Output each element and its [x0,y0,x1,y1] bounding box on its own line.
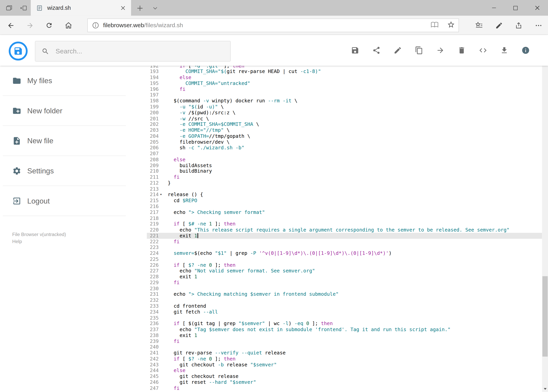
code-line-198[interactable]: 198 $(command -v winpty) docker run --rm… [147,98,542,104]
help-link[interactable]: Help [12,238,66,245]
code-line-221[interactable]: 221 exit 1 [147,233,542,238]
code-line-220[interactable]: 220 echo "This release script requires a… [147,227,542,233]
code-line-238[interactable]: 238 exit 1 [147,333,542,338]
address-bar[interactable]: filebrowser.web/files/wizard.sh [87,19,459,32]
share-file-button[interactable] [372,46,381,55]
code-line-197[interactable]: 197 [147,92,542,98]
reading-view-icon[interactable] [431,21,439,30]
hub-favorites-icon[interactable] [475,21,483,30]
code-line-199[interactable]: 199 -u "$(id -u)" \ [147,104,542,110]
code-line-204[interactable]: 204 -e GOPATH=//tmp/gopath \ [147,133,542,139]
code-line-201[interactable]: 201 -w //src \ [147,115,542,121]
tab-close-icon[interactable] [119,4,127,12]
code-line-217[interactable]: 217 echo "> Checking semver format" [147,210,542,215]
code-line-240[interactable]: 240 [147,344,542,350]
info-button[interactable] [521,46,530,55]
new-tab-button[interactable] [136,4,144,12]
favorite-star-icon[interactable] [447,21,455,30]
code-line-225[interactable]: 225 [147,256,542,262]
code-line-230[interactable]: 230 [147,286,542,291]
code-line-194[interactable]: 194 else [147,75,542,80]
sidebar-item-new-folder[interactable]: New folder [3,96,126,126]
code-line-202[interactable]: 202 -e COMMIT_SHA=$COMMIT_SHA \ [147,121,542,127]
sidebar-item-my-files[interactable]: My files [3,66,126,96]
code-line-215[interactable]: 215 cd $REPO [147,198,542,203]
sidebar-item-new-file[interactable]: New file [3,126,126,156]
annotate-pen-icon[interactable] [495,21,503,30]
code-line-247[interactable]: 247 fi [147,385,542,391]
code-line-213[interactable]: 213 [147,186,542,192]
code-line-207[interactable]: 207 [147,151,542,157]
code-line-205[interactable]: 205 filebrowser/dev \ [147,139,542,145]
tab-preview-chevron-icon[interactable] [151,4,160,12]
code-line-226[interactable]: 226 if [ $? -ne 0 ]; then [147,262,542,268]
maximize-button[interactable] [505,0,526,16]
code-line-243[interactable]: 243 git checkout -b release "$semver" [147,362,542,368]
download-button[interactable] [500,46,508,55]
code-line-222[interactable]: 222 fi [147,238,542,245]
browser-tab[interactable]: wizard.sh [31,0,131,16]
code-line-246[interactable]: 246 git reset --hard "$semver" [147,379,542,385]
code-line-242[interactable]: 242 if [ $? -ne 0 ]; then [147,356,542,362]
tabs-aside-icon[interactable] [20,4,28,12]
refresh-button[interactable] [45,21,54,30]
code-line-206[interactable]: 206 sh -c "./wizard.sh -b" [147,145,542,151]
copy-button[interactable] [415,46,423,55]
code-line-196[interactable]: 196 fi [147,86,542,92]
scroll-down-arrow[interactable] [542,386,548,392]
code-line-231[interactable]: 231 echo "> Checking matching $semver in… [147,291,542,297]
move-button[interactable] [436,46,444,55]
code-editor[interactable]: 192 if [ -d ".git" ]; then193 COMMIT_SHA… [147,66,542,392]
code-line-219[interactable]: 219 if [ $# -ne 1 ]; then [147,221,542,227]
vertical-scrollbar[interactable] [542,35,548,392]
home-button[interactable] [64,21,73,30]
code-line-216[interactable]: 216 [147,203,542,210]
code-line-203[interactable]: 203 -e HOME="//tmp" \ [147,127,542,133]
code-line-200[interactable]: 200 -v /$(pwd):/src:z \ [147,110,542,115]
rename-button[interactable] [393,46,402,55]
code-line-208[interactable]: 208 else [147,157,542,162]
code-line-193[interactable]: 193 COMMIT_SHA="$(git rev-parse HEAD | c… [147,69,542,75]
code-line-218[interactable]: 218 [147,215,542,221]
fold-marker-icon[interactable]: ▾ [159,192,163,198]
code-line-224[interactable]: 224 semver=$(echo "$1" | grep -P '^v(0|[… [147,250,542,256]
sidebar-item-logout[interactable]: Logout [3,186,126,216]
scrollbar-thumb[interactable] [542,276,548,357]
code-line-192[interactable]: 192 if [ -d ".git" ]; then [147,66,542,69]
code-line-233[interactable]: 233 cd frontend [147,303,542,309]
forward-button[interactable] [25,21,34,30]
code-line-209[interactable]: 209 buildAssets [147,162,542,168]
code-line-227[interactable]: 227 echo "Not valid semver format. See s… [147,268,542,274]
code-line-195[interactable]: 195 COMMIT_SHA="untracked" [147,80,542,86]
code-line-239[interactable]: 239 fi [147,338,542,344]
code-line-228[interactable]: 228 exit 1 [147,274,542,280]
code-line-237[interactable]: 237 echo "Tag $semver does not exist in … [147,327,542,333]
page-info-icon[interactable] [92,22,99,29]
minimize-button[interactable] [483,0,505,16]
code-line-241[interactable]: 241 git rev-parse --verify --quiet relea… [147,350,542,356]
code-line-223[interactable]: 223 [147,245,542,250]
code-line-235[interactable]: 235 [147,315,542,321]
code-line-211[interactable]: 211 fi [147,174,542,180]
sidebar-item-settings[interactable]: Settings [3,156,126,186]
tab-previews-icon[interactable] [5,4,13,12]
delete-button[interactable] [458,46,466,55]
code-line-236[interactable]: 236 if [ $(git tag | grep "$semver" | wc… [147,321,542,327]
search-box[interactable] [35,41,231,62]
code-line-229[interactable]: 229 fi [147,280,542,286]
share-icon[interactable] [514,21,523,30]
code-line-232[interactable]: 232 [147,297,542,303]
search-input[interactable] [55,47,210,55]
close-button[interactable] [526,0,548,16]
code-line-214[interactable]: 214▾release () { [147,192,542,198]
code-line-245[interactable]: 245 git checkout release [147,373,542,379]
raw-view-button[interactable] [479,46,487,55]
code-line-210[interactable]: 210 buildBinary [147,168,542,174]
filebrowser-logo[interactable] [9,42,28,61]
code-line-234[interactable]: 234 git fetch --all [147,309,542,315]
more-menu-icon[interactable] [534,21,543,30]
back-button[interactable] [6,21,15,30]
save-button[interactable] [351,46,359,55]
code-line-244[interactable]: 244 else [147,368,542,373]
code-line-212[interactable]: 212} [147,180,542,186]
